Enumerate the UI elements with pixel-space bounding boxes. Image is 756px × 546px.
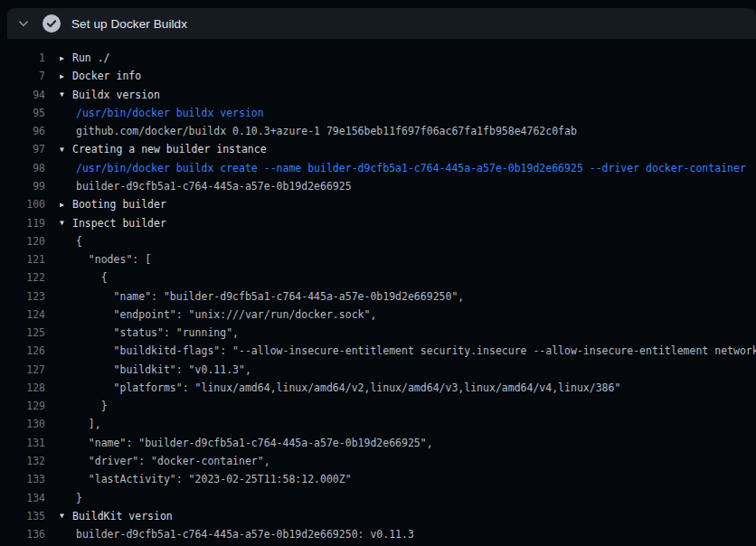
line-number[interactable]: 124 (0, 308, 45, 321)
log-line: 7▶Docker info (0, 67, 756, 85)
log-output-line: ], (60, 418, 101, 430)
log-output-line: "lastActivity": "2023-02-25T11:58:12.000… (60, 473, 352, 485)
line-number[interactable]: 132 (0, 455, 45, 467)
log-line: 124 "endpoint": "unix:///var/run/docker.… (0, 306, 756, 324)
group-collapse-icon[interactable]: ▼ (60, 512, 72, 520)
line-number[interactable]: 131 (0, 437, 45, 449)
line-number[interactable]: 130 (0, 418, 45, 430)
line-number[interactable]: 95 (0, 107, 45, 119)
line-number[interactable]: 119 (0, 217, 45, 230)
group-expand-icon[interactable]: ▶ (60, 71, 72, 80)
log-line: 95/usr/bin/docker buildx version (0, 104, 756, 122)
log-text: } (60, 400, 108, 412)
log-text: { (60, 271, 108, 284)
line-number[interactable]: 133 (0, 473, 45, 485)
log-line: 120{ (0, 232, 756, 250)
group-label: BuildKit version (72, 510, 173, 522)
log-line: 122 { (0, 268, 756, 287)
log-group-header[interactable]: ▶Booting builder (60, 198, 166, 211)
log-text: { (60, 235, 82, 248)
log-line: 126 "buildkitd-flags": "--allow-insecure… (0, 342, 756, 360)
log-output-line: { (60, 271, 108, 284)
step-header[interactable]: Set up Docker Buildx (7, 8, 756, 39)
line-number[interactable]: 136 (0, 528, 45, 541)
line-number[interactable]: 135 (0, 510, 45, 522)
log-group-header[interactable]: ▶Run ./ (60, 52, 110, 64)
line-number[interactable]: 126 (0, 344, 45, 357)
log-output-line: builder-d9cfb5a1-c764-445a-a57e-0b19d2e6… (60, 528, 414, 541)
line-number[interactable]: 99 (0, 180, 45, 193)
log-output-line: builder-d9cfb5a1-c764-445a-a57e-0b19d2e6… (60, 180, 352, 193)
chevron-down-icon[interactable] (16, 16, 31, 31)
log-line: 131 "name": "builder-d9cfb5a1-c764-445a-… (0, 434, 756, 452)
line-number[interactable]: 97 (0, 143, 45, 155)
log-line: 127 "buildkit": "v0.11.3", (0, 361, 756, 379)
log-output-line: "buildkitd-flags": "--allow-insecure-ent… (60, 344, 756, 357)
group-collapse-icon[interactable]: ▼ (60, 219, 72, 227)
log-text: ], (60, 418, 101, 430)
line-number[interactable]: 134 (0, 492, 45, 504)
group-expand-icon[interactable]: ▶ (60, 200, 72, 208)
log-line: 134} (0, 488, 756, 506)
log-output-line: github.com/docker/buildx 0.10.3+azure-1 … (60, 125, 577, 137)
group-label: Buildx version (72, 89, 160, 101)
log-line: 128 "platforms": "linux/amd64,linux/amd6… (0, 379, 756, 397)
log-group-header[interactable]: ▶Docker info (60, 70, 141, 82)
log-text: builder-d9cfb5a1-c764-445a-a57e-0b19d2e6… (60, 180, 352, 193)
log-text: "buildkit": "v0.11.3", (60, 363, 251, 376)
log-output-line: } (60, 400, 108, 412)
log-group-header[interactable]: ▼Buildx version (60, 89, 160, 101)
log-output-line: "buildkit": "v0.11.3", (60, 363, 251, 376)
log-group-header[interactable]: ▼BuildKit version (60, 510, 173, 522)
actions-log-viewer: Set up Docker Buildx 1▶Run ./7▶Docker in… (0, 0, 756, 546)
log-text: "name": "builder-d9cfb5a1-c764-445a-a57e… (60, 437, 433, 449)
log-output-line: } (60, 492, 82, 504)
log-text: github.com/docker/buildx 0.10.3+azure-1 … (60, 125, 577, 137)
log-output-line: "platforms": "linux/amd64,linux/amd64/v2… (60, 381, 620, 394)
line-number[interactable]: 94 (0, 89, 45, 101)
group-collapse-icon[interactable]: ▼ (60, 90, 72, 99)
log-output-line: "status": "running", (60, 326, 239, 339)
group-label: Booting builder (72, 198, 166, 211)
line-number[interactable]: 128 (0, 381, 45, 394)
line-number[interactable]: 122 (0, 271, 45, 284)
log-text: "driver": "docker-container", (60, 455, 270, 467)
check-circle-icon (43, 14, 61, 33)
line-number[interactable]: 127 (0, 363, 45, 376)
log-output-line: "name": "builder-d9cfb5a1-c764-445a-a57e… (60, 290, 464, 303)
log-line: 130 ], (0, 415, 756, 433)
log-line: 133 "lastActivity": "2023-02-25T11:58:12… (0, 470, 756, 488)
log-text: } (60, 492, 82, 504)
log-output-line: "nodes": [ (60, 253, 151, 266)
line-number[interactable]: 7 (0, 70, 45, 82)
log-text: "platforms": "linux/amd64,linux/amd64/v2… (60, 381, 620, 394)
line-number[interactable]: 100 (0, 198, 45, 211)
log-line: 97▼Creating a new builder instance (0, 140, 756, 158)
log-line: 135▼BuildKit version (0, 507, 756, 525)
line-number[interactable]: 125 (0, 326, 45, 339)
log-text: /usr/bin/docker buildx version (60, 107, 264, 119)
log-output-line: "driver": "docker-container", (60, 455, 270, 467)
line-number[interactable]: 96 (0, 125, 45, 137)
group-expand-icon[interactable]: ▶ (60, 53, 72, 61)
step-title: Set up Docker Buildx (71, 17, 187, 31)
log-line: 136builder-d9cfb5a1-c764-445a-a57e-0b19d… (0, 525, 756, 543)
group-label: Creating a new builder instance (72, 143, 267, 155)
line-number[interactable]: 98 (0, 162, 45, 174)
log-output: 1▶Run ./7▶Docker info94▼Buildx version95… (0, 49, 756, 543)
line-number[interactable]: 1 (0, 52, 45, 64)
log-line: 123 "name": "builder-d9cfb5a1-c764-445a-… (0, 287, 756, 305)
line-number[interactable]: 121 (0, 253, 45, 266)
log-group-header[interactable]: ▼Creating a new builder instance (60, 143, 267, 155)
line-number[interactable]: 120 (0, 235, 45, 248)
log-line: 119▼Inspect builder (0, 213, 756, 231)
log-line: 100▶Booting builder (0, 195, 756, 213)
log-group-header[interactable]: ▼Inspect builder (60, 217, 166, 230)
line-number[interactable]: 129 (0, 400, 45, 412)
group-collapse-icon[interactable]: ▼ (60, 145, 72, 153)
log-line: 98/usr/bin/docker buildx create --name b… (0, 159, 756, 177)
log-output-line: "name": "builder-d9cfb5a1-c764-445a-a57e… (60, 437, 433, 449)
log-line: 129 } (0, 397, 756, 415)
group-label: Run ./ (72, 52, 110, 64)
line-number[interactable]: 123 (0, 290, 45, 303)
